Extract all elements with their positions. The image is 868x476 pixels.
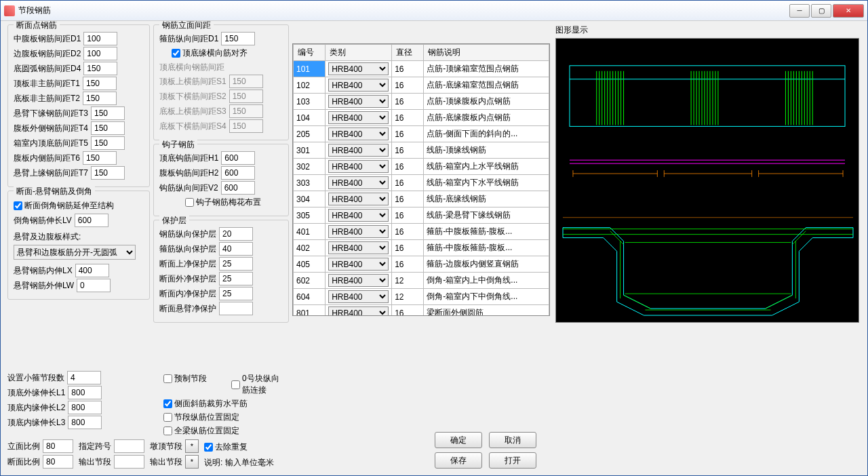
- select-class[interactable]: HRB400: [328, 79, 389, 92]
- input-bp-2[interactable]: [68, 401, 102, 414]
- chk-bc-0[interactable]: [163, 374, 172, 383]
- sub-title: 顶底横向钢筋间距: [159, 62, 283, 73]
- style-label: 悬臂及边腹板样式:: [14, 231, 144, 243]
- input-g5-3[interactable]: [219, 272, 253, 285]
- close-button[interactable]: ✕: [833, 4, 864, 18]
- open-button[interactable]: 打开: [489, 452, 536, 469]
- input-bp-0[interactable]: [67, 371, 101, 384]
- app-icon: [4, 5, 15, 16]
- graph-panel[interactable]: [555, 38, 859, 323]
- minimize-button[interactable]: ─: [789, 4, 810, 18]
- input-g1-5[interactable]: [91, 106, 125, 120]
- table-row[interactable]: 302HRB40016线筋-箱室内上水平线钢筋: [294, 159, 549, 175]
- save-button[interactable]: 保存: [435, 452, 482, 469]
- cancel-button[interactable]: 取消: [489, 432, 536, 448]
- chk-bc-3[interactable]: [163, 413, 172, 422]
- input-bp-1[interactable]: [68, 386, 102, 399]
- table-row[interactable]: 801HRB40016梁断面外侧圆筋: [294, 305, 549, 317]
- btn-out-seg-star[interactable]: *: [185, 455, 199, 469]
- input-span-no[interactable]: [114, 439, 144, 453]
- input-lw[interactable]: [77, 279, 111, 292]
- table-row[interactable]: 402HRB40016箍筋-中腹板箍筋-腹板...: [294, 240, 549, 256]
- input-g5-1[interactable]: [219, 242, 253, 256]
- group-hook-rebar: 钩子钢筋 顶底钩筋间距H1腹板钩筋间距H2钩筋纵向间距V2 钩子钢筋梅花布置: [153, 144, 289, 216]
- main-window: 节段钢筋 ─ ▢ ✕ 断面点钢筋 中腹板钢筋间距D1边腹板钢筋间距D2底圆弧钢筋…: [0, 0, 868, 476]
- chk-hook-plum[interactable]: [185, 198, 194, 207]
- input-g3s-1[interactable]: [229, 90, 263, 103]
- select-class[interactable]: HRB400: [328, 127, 389, 140]
- input-g1-6[interactable]: [91, 121, 125, 135]
- select-class[interactable]: HRB400: [328, 111, 389, 124]
- chk-top-bottom-align[interactable]: [172, 49, 180, 58]
- input-g3s-2[interactable]: [229, 104, 263, 118]
- select-class[interactable]: HRB400: [328, 95, 389, 108]
- input-lv[interactable]: [75, 214, 108, 227]
- input-g5-5[interactable]: [219, 302, 253, 315]
- input-g3s-0[interactable]: [229, 75, 263, 88]
- input-d1-stirrup[interactable]: [221, 32, 255, 45]
- table-row[interactable]: 101HRB40016点筋-顶缘箱室范围点钢筋: [294, 61, 549, 77]
- table-row[interactable]: 602HRB40012倒角-箱室内上中倒角线...: [294, 273, 549, 289]
- input-g5-0[interactable]: [219, 227, 253, 241]
- input-g3s-3[interactable]: [229, 119, 263, 133]
- table-row[interactable]: 401HRB40016箍筋-中腹板箍筋-腹板...: [294, 224, 549, 240]
- select-class[interactable]: HRB400: [328, 290, 389, 303]
- combo-cantilever-style[interactable]: 悬臂和边腹板筋分开-无圆弧: [14, 245, 136, 260]
- group-title: 保护层: [159, 215, 189, 226]
- input-g1-3[interactable]: [83, 77, 117, 90]
- select-class[interactable]: HRB400: [328, 225, 389, 238]
- bottom-bar: 立面比例 断面比例 指定跨号 输出节段 墩顶节段* 输出节段* 去除重复 说明:…: [7, 439, 861, 469]
- maximize-button[interactable]: ▢: [811, 4, 831, 18]
- table-row[interactable]: 103HRB40016点筋-顶缘腹板内点钢筋: [294, 94, 549, 110]
- chk-remove-dup[interactable]: [204, 443, 213, 452]
- select-class[interactable]: HRB400: [328, 193, 389, 205]
- table-row[interactable]: 205HRB40016点筋-侧面下面的斜向的...: [294, 126, 549, 142]
- group-elevation-spacing: 钢筋立面间距 箍筋纵向间距D1 顶底缘横向筋对齐 顶底横向钢筋间距 顶板上横筋间…: [153, 24, 289, 140]
- chk-chamfer-extend[interactable]: [14, 201, 22, 210]
- select-class[interactable]: HRB400: [328, 62, 389, 75]
- ok-button[interactable]: 确定: [435, 432, 482, 448]
- table-row[interactable]: 305HRB40016线筋-梁悬臂下缘线钢筋: [294, 207, 549, 224]
- table-row[interactable]: 304HRB40016线筋-底缘线钢筋: [294, 191, 549, 207]
- table-row[interactable]: 604HRB40012倒角-箱室内下中倒角线...: [294, 289, 549, 305]
- select-class[interactable]: HRB400: [328, 176, 389, 189]
- input-g1-4[interactable]: [83, 92, 117, 105]
- input-g5-2[interactable]: [219, 257, 253, 271]
- select-class[interactable]: HRB400: [328, 306, 389, 316]
- input-g1-9[interactable]: [91, 166, 125, 180]
- select-class[interactable]: HRB400: [328, 258, 389, 271]
- table-header: 直径: [392, 45, 424, 61]
- group-title: 断面点钢筋: [14, 21, 60, 31]
- select-class[interactable]: HRB400: [328, 144, 389, 157]
- select-class[interactable]: HRB400: [328, 209, 389, 222]
- input-out-segment[interactable]: [114, 455, 144, 469]
- input-g4-1[interactable]: [221, 166, 255, 180]
- input-elev-scale[interactable]: [43, 439, 73, 453]
- select-class[interactable]: HRB400: [328, 160, 389, 173]
- table-row[interactable]: 303HRB40016线筋-箱室内下水平线钢筋: [294, 175, 549, 191]
- table-row[interactable]: 102HRB40016点筋-底缘箱室范围点钢筋: [294, 77, 549, 94]
- input-g1-2[interactable]: [83, 62, 117, 75]
- select-class[interactable]: HRB400: [328, 241, 389, 254]
- chk-bc-4[interactable]: [163, 427, 172, 435]
- rebar-table: 编号类别直径钢筋说明 101HRB40016点筋-顶缘箱室范围点钢筋102HRB…: [293, 44, 549, 316]
- input-g4-0[interactable]: [221, 151, 255, 165]
- chk-bc-2[interactable]: [163, 399, 172, 408]
- table-row[interactable]: 104HRB40016点筋-底缘腹板内点钢筋: [294, 110, 549, 126]
- input-g1-7[interactable]: [91, 136, 125, 150]
- input-bp-3[interactable]: [68, 416, 102, 429]
- input-g1-1[interactable]: [83, 47, 117, 60]
- input-g4-2[interactable]: [221, 181, 255, 195]
- input-lx[interactable]: [75, 264, 109, 277]
- input-section-scale[interactable]: [43, 455, 73, 469]
- rebar-table-wrap[interactable]: 编号类别直径钢筋说明 101HRB40016点筋-顶缘箱室范围点钢筋102HRB…: [292, 43, 550, 316]
- input-g1-8[interactable]: [83, 151, 117, 165]
- select-class[interactable]: HRB400: [328, 274, 389, 287]
- btn-pier-top-star[interactable]: *: [185, 439, 199, 453]
- input-g5-4[interactable]: [219, 287, 253, 300]
- group-cantilever-chamfer: 断面-悬臂钢筋及倒角 断面倒角钢筋延伸至结构 倒角钢筋伸长LV 悬臂及边腹板样式…: [7, 191, 150, 300]
- input-g1-0[interactable]: [83, 32, 117, 45]
- table-row[interactable]: 405HRB40016箍筋-边腹板内侧竖直钢筋: [294, 256, 549, 273]
- chk-bc-1[interactable]: [231, 380, 240, 389]
- table-row[interactable]: 301HRB40016线筋-顶缘线钢筋: [294, 142, 549, 159]
